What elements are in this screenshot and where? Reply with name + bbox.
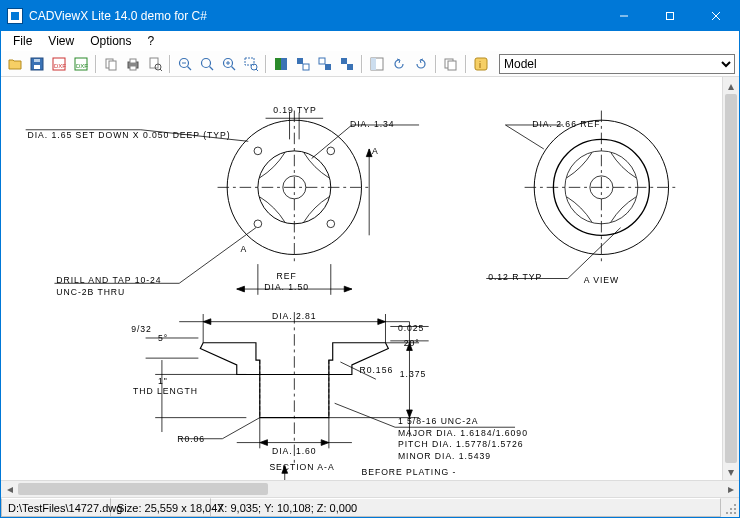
app-icon xyxy=(7,8,23,24)
svg-text:DIA. 2.66 REF: DIA. 2.66 REF xyxy=(532,119,600,129)
layout-combo[interactable]: Model xyxy=(499,54,735,74)
svg-text:0.19 TYP: 0.19 TYP xyxy=(273,105,316,115)
svg-rect-40 xyxy=(371,58,376,70)
svg-rect-31 xyxy=(275,58,281,70)
svg-line-58 xyxy=(312,125,352,159)
svg-text:DXF: DXF xyxy=(54,63,66,69)
zoom-region-icon[interactable] xyxy=(241,54,261,74)
svg-text:0.12 R TYP: 0.12 R TYP xyxy=(488,272,542,282)
copy-icon[interactable] xyxy=(101,54,121,74)
vertical-scroll-thumb[interactable] xyxy=(725,94,737,463)
svg-text:DIA. 1.50: DIA. 1.50 xyxy=(264,282,309,292)
svg-rect-6 xyxy=(34,59,40,62)
svg-rect-37 xyxy=(341,58,347,64)
layers-c-icon[interactable] xyxy=(337,54,357,74)
horizontal-scroll-thumb[interactable] xyxy=(18,483,268,495)
svg-line-23 xyxy=(210,66,214,70)
svg-text:A: A xyxy=(372,146,379,156)
status-coords: X: 9,035; Y: 10,108; Z: 0,000 xyxy=(211,498,721,517)
svg-rect-34 xyxy=(303,64,309,70)
svg-text:PITCH DIA. 1.5778/1.5726: PITCH DIA. 1.5778/1.5726 xyxy=(398,439,524,449)
svg-rect-33 xyxy=(297,58,303,64)
resize-grip[interactable] xyxy=(721,498,739,517)
layers-b-icon[interactable] xyxy=(315,54,335,74)
svg-text:A: A xyxy=(241,244,248,254)
svg-line-92 xyxy=(222,418,259,439)
horizontal-scrollbar[interactable]: ◂ ▸ xyxy=(1,480,739,497)
drawing-canvas[interactable]: DIA. 1.65 SET DOWN X 0.050 DEEP (TYP) DR… xyxy=(1,77,722,480)
layers-a-icon[interactable] xyxy=(293,54,313,74)
scroll-down-icon[interactable]: ▾ xyxy=(723,463,739,480)
print-icon[interactable] xyxy=(123,54,143,74)
svg-rect-36 xyxy=(325,64,331,70)
svg-point-133 xyxy=(734,512,736,514)
window-controls xyxy=(601,1,739,31)
layout-select[interactable]: Model xyxy=(499,54,735,74)
svg-line-20 xyxy=(188,66,192,70)
separator xyxy=(435,55,437,73)
close-button[interactable] xyxy=(693,1,739,31)
svg-text:20°: 20° xyxy=(404,338,420,348)
scroll-up-icon[interactable]: ▴ xyxy=(723,77,739,94)
svg-point-138 xyxy=(734,504,736,506)
svg-rect-12 xyxy=(109,61,116,70)
svg-line-56 xyxy=(179,228,256,284)
svg-point-22 xyxy=(202,58,211,67)
svg-line-25 xyxy=(232,66,236,70)
minimize-button[interactable] xyxy=(601,1,647,31)
svg-rect-35 xyxy=(319,58,325,64)
svg-point-53 xyxy=(254,220,262,228)
separator xyxy=(265,55,267,73)
layout-icon[interactable] xyxy=(367,54,387,74)
svg-text:5°: 5° xyxy=(158,333,168,343)
print-preview-icon[interactable] xyxy=(145,54,165,74)
maximize-button[interactable] xyxy=(647,1,693,31)
svg-text:DIA. 1.65 SET DOWN X 0.050 DEE: DIA. 1.65 SET DOWN X 0.050 DEEP (TYP) xyxy=(28,130,231,140)
svg-text:i: i xyxy=(479,60,481,70)
separator xyxy=(95,55,97,73)
svg-rect-15 xyxy=(130,66,136,70)
svg-text:1.375: 1.375 xyxy=(400,369,426,379)
menu-help[interactable]: ? xyxy=(140,32,163,50)
zoom-fit-icon[interactable] xyxy=(197,54,217,74)
svg-text:R0.156: R0.156 xyxy=(360,365,394,375)
save-icon[interactable] xyxy=(27,54,47,74)
svg-point-50 xyxy=(327,147,335,155)
menu-bar: File View Options ? xyxy=(1,31,739,51)
svg-text:1 5/8-16 UNC-2A: 1 5/8-16 UNC-2A xyxy=(398,416,479,426)
zoom-out-icon[interactable] xyxy=(175,54,195,74)
svg-text:THD LENGTH: THD LENGTH xyxy=(133,386,198,396)
open-icon[interactable] xyxy=(5,54,25,74)
svg-text:DIA. 2.81: DIA. 2.81 xyxy=(272,311,317,321)
color-toggle-icon[interactable] xyxy=(271,54,291,74)
rotate-right-icon[interactable] xyxy=(411,54,431,74)
svg-line-99 xyxy=(335,403,395,427)
separator xyxy=(361,55,363,73)
scroll-right-icon[interactable]: ▸ xyxy=(722,481,739,497)
scroll-left-icon[interactable]: ◂ xyxy=(1,481,18,497)
svg-rect-1 xyxy=(667,13,674,20)
dxf-green-icon[interactable]: DXF xyxy=(71,54,91,74)
svg-text:DRILL AND TAP 10-24: DRILL AND TAP 10-24 xyxy=(56,275,161,285)
about-icon[interactable]: i xyxy=(471,54,491,74)
menu-options[interactable]: Options xyxy=(82,32,139,50)
zoom-in-icon[interactable] xyxy=(219,54,239,74)
svg-text:A VIEW: A VIEW xyxy=(584,275,619,285)
menu-file[interactable]: File xyxy=(5,32,40,50)
svg-point-51 xyxy=(254,147,262,155)
window-title: CADViewX Lite 14.0 demo for C# xyxy=(29,9,601,23)
svg-point-137 xyxy=(730,508,732,510)
status-path: D:\TestFiles\14727.dwg xyxy=(1,498,111,517)
svg-line-18 xyxy=(160,69,162,71)
svg-rect-5 xyxy=(34,65,40,69)
dxf-red-icon[interactable]: DXF xyxy=(49,54,69,74)
svg-text:DIA. 1.60: DIA. 1.60 xyxy=(272,446,317,456)
batch-print-icon[interactable] xyxy=(441,54,461,74)
separator xyxy=(465,55,467,73)
svg-text:UNC-2B THRU: UNC-2B THRU xyxy=(56,287,125,297)
vertical-scrollbar[interactable]: ▴ ▾ xyxy=(722,77,739,480)
menu-view[interactable]: View xyxy=(40,32,82,50)
svg-text:0.025: 0.025 xyxy=(398,323,424,333)
svg-text:SECTION A-A: SECTION A-A xyxy=(269,462,334,472)
rotate-left-icon[interactable] xyxy=(389,54,409,74)
